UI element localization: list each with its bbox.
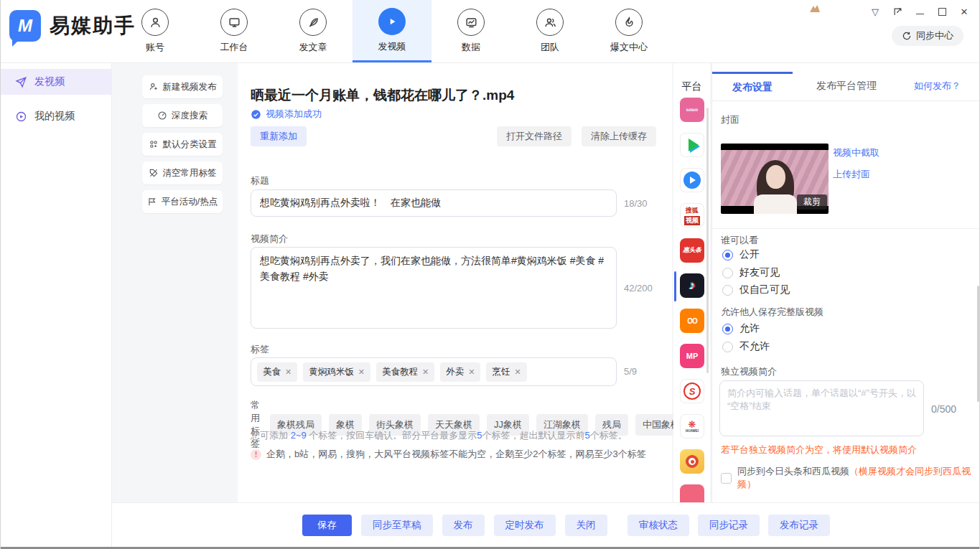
tab-platform-management[interactable]: 发布平台管理 — [793, 72, 900, 100]
cover-thumbnail[interactable]: 裁剪 — [721, 144, 829, 214]
screenshot-icon[interactable] — [890, 4, 905, 19]
platform-weibo-icon[interactable] — [680, 449, 704, 474]
platform-sina-icon[interactable]: S — [680, 379, 704, 403]
section-divider — [712, 228, 980, 229]
feather-icon — [299, 9, 327, 36]
publish-button[interactable]: 发布 — [442, 515, 485, 536]
remove-tag-icon[interactable] — [514, 367, 521, 377]
remove-tag-icon[interactable] — [468, 367, 475, 377]
how-to-publish-link[interactable]: 如何发布？ — [914, 72, 980, 100]
send-icon — [15, 76, 27, 88]
new-video-publish-button[interactable]: 新建视频发布 — [142, 75, 223, 98]
maximize-button[interactable] — [934, 4, 950, 19]
platform-meipai-icon[interactable]: MP — [680, 344, 704, 368]
left-sidebar: 发视频 我的视频 — [1, 63, 112, 547]
flag-icon — [147, 197, 157, 207]
remove-tag-icon[interactable] — [358, 367, 365, 377]
app-window: M 易媒助手 账号 工作台 发文章 发视频 数据 — [0, 0, 980, 549]
visibility-option-friends[interactable]: 好友可见 — [722, 266, 780, 279]
chart-icon — [457, 9, 485, 36]
gauge-icon — [157, 111, 167, 121]
description-textarea[interactable]: 想吃黄焖鸡别再点外卖了，我们在家也能做，方法很简单#黄焖鸡米饭 #美食 #美食教… — [251, 247, 617, 329]
close-editor-button[interactable]: 关闭 — [565, 515, 607, 536]
tag-item: 烹饪 — [486, 362, 526, 382]
monitor-icon — [220, 9, 248, 36]
selected-platform-indicator — [674, 271, 676, 301]
platform-activity-button[interactable]: 平台活动/热点 — [142, 190, 223, 213]
nav-workbench[interactable]: 工作台 — [195, 0, 274, 62]
title-input[interactable] — [251, 189, 617, 217]
sidebar-item-publish-video[interactable]: 发视频 — [1, 69, 111, 95]
tab-publish-settings[interactable]: 发布设置 — [712, 72, 793, 100]
file-actions-row: 重新添加 打开文件路径 清除上传缓存 — [251, 126, 656, 146]
user-plus-icon — [149, 82, 159, 92]
video-file-title: 晒最近一个月账单，钱都花在哪儿了？.mp4 — [251, 86, 514, 105]
sync-center-button[interactable]: 同步中心 — [892, 26, 963, 46]
tag-item: 美食教程 — [376, 362, 434, 382]
re-add-button[interactable]: 重新添加 — [251, 126, 307, 146]
team-icon — [536, 9, 564, 36]
settings-scrollbar[interactable] — [977, 286, 979, 402]
schedule-publish-button[interactable]: 定时发布 — [494, 515, 556, 536]
sidebar-item-my-videos[interactable]: 我的视频 — [1, 103, 111, 129]
nav-hot-center[interactable]: 爆文中心 — [589, 0, 668, 62]
capture-from-video-link[interactable]: 视频中截取 — [833, 146, 879, 159]
radio-selected-icon — [722, 324, 733, 334]
title-label: 标题 — [251, 174, 269, 187]
menu-dropdown-icon[interactable]: ▽ — [867, 4, 883, 19]
tags-warning: 企鹅，b站，网易，搜狗，大风平台视频标签不能为空，企鹅至少2个标签，网易至少3个… — [251, 448, 646, 461]
platform-huawei-icon[interactable]: ❋HUAWEI — [680, 414, 704, 438]
window-controls: ▽ ✕ — [867, 4, 972, 19]
upload-cover-link[interactable]: 上传封面 — [833, 168, 870, 181]
play-circle-icon — [15, 111, 27, 123]
platform-bilibili-icon[interactable]: bilibili — [680, 98, 704, 122]
close-button[interactable]: ✕ — [956, 4, 972, 19]
platform-tencent-video-icon[interactable] — [680, 133, 704, 157]
tools-column: 新建视频发布 深度搜索 默认分类设置 清空常用标签 平台活动/热点 — [142, 75, 223, 219]
platform-kuaishou-icon[interactable]: OO — [680, 309, 704, 333]
tag-slash-icon — [149, 168, 159, 178]
nav-account[interactable]: 账号 — [116, 0, 195, 62]
remove-tag-icon[interactable] — [422, 367, 429, 377]
publish-log-button[interactable]: 发布记录 — [768, 515, 830, 536]
tag-item: 美食 — [257, 362, 297, 382]
tags-input[interactable]: 美食 黄焖鸡米饭 美食教程 外卖 烹饪 — [251, 357, 617, 386]
platform-douyin-icon[interactable]: ♪ — [680, 273, 704, 298]
common-tags-label: 常用标签 — [251, 399, 260, 451]
platform-sohu-video-icon[interactable]: 搜狐视频 — [680, 203, 704, 227]
clear-upload-cache-button[interactable]: 清除上传缓存 — [582, 126, 656, 146]
review-status-button[interactable]: 审核状态 — [627, 515, 689, 536]
sync-toutiao-checkbox[interactable] — [721, 473, 732, 484]
nav-publish-article[interactable]: 发文章 — [274, 0, 353, 62]
visibility-option-private[interactable]: 仅自己可见 — [722, 283, 790, 296]
deep-search-button[interactable]: 深度搜索 — [142, 104, 223, 127]
common-tags-row: 常用标签 象棋残局 象棋 街头象棋 天天象棋 JJ象棋 江湖象棋 残局 中国象棋 — [251, 399, 687, 451]
sync-to-draft-button[interactable]: 同步至草稿 — [361, 515, 433, 536]
platform-haokan-video-icon[interactable] — [680, 168, 704, 192]
minimize-button[interactable] — [912, 4, 928, 19]
clear-common-tags-button[interactable]: 清空常用标签 — [142, 161, 223, 184]
crop-button[interactable]: 裁剪 — [797, 194, 827, 210]
refresh-icon — [902, 31, 912, 41]
open-file-path-button[interactable]: 打开文件路径 — [497, 126, 571, 146]
remove-tag-icon[interactable] — [285, 367, 291, 377]
default-category-settings-button[interactable]: 默认分类设置 — [142, 133, 223, 156]
allow-save-option-allow[interactable]: 允许 — [722, 322, 760, 335]
video-editor-card: 晒最近一个月账单，钱都花在哪儿了？.mp4 视频添加成功 重新添加 打开文件路径… — [238, 63, 672, 502]
platform-huitoutiao-icon[interactable]: 惠头条 — [680, 238, 704, 263]
radio-icon — [722, 342, 733, 352]
platform-scrollbar[interactable] — [706, 108, 709, 373]
visibility-label: 谁可以看 — [721, 234, 758, 247]
publish-settings-panel: 发布设置 发布平台管理 如何发布？ 封面 裁剪 视频中截取 上传封面 谁可以看 … — [711, 63, 980, 502]
nav-data[interactable]: 数据 — [431, 0, 510, 62]
allow-save-option-deny[interactable]: 不允许 — [722, 340, 770, 353]
independent-desc-label: 独立视频简介 — [721, 365, 777, 378]
save-button[interactable]: 保存 — [302, 515, 352, 536]
radio-icon — [722, 285, 733, 296]
visibility-option-public[interactable]: 公开 — [722, 248, 760, 261]
sync-log-button[interactable]: 同步记录 — [698, 515, 760, 536]
independent-desc-textarea[interactable] — [719, 380, 924, 436]
nav-publish-video[interactable]: 发视频 — [353, 0, 431, 62]
nav-team[interactable]: 团队 — [510, 0, 589, 62]
description-counter: 42/200 — [624, 283, 653, 294]
